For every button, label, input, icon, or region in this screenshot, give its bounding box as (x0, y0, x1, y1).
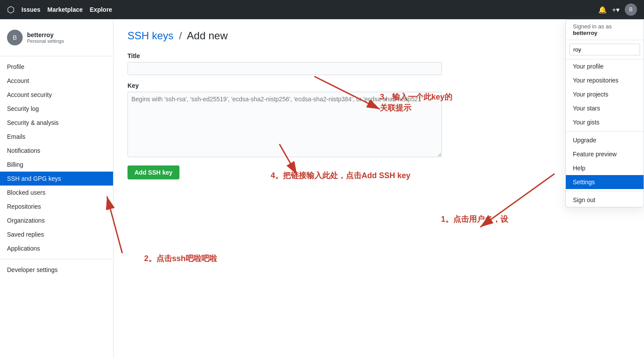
user-dropdown-menu: Signed in as as betterroy Your profile Y… (565, 19, 644, 207)
title-form-group: Title (127, 52, 442, 75)
dropdown-your-stars[interactable]: Your stars (566, 101, 644, 115)
sidebar-security-analysis[interactable]: Security & analysis (0, 116, 113, 130)
sidebar-developer-settings[interactable]: Developer settings (0, 263, 113, 277)
dropdown-sign-out[interactable]: Sign out (566, 193, 644, 207)
main-content: SSH keys / Add new Title Key Add SSH key (114, 19, 506, 358)
sidebar-section-developer: Developer settings (0, 259, 113, 277)
breadcrumb-separator: / (179, 30, 182, 41)
dropdown-search-input[interactable] (569, 44, 640, 55)
dropdown-search-section (566, 40, 644, 59)
key-label: Key (127, 82, 442, 89)
sidebar-user-info: B betterroy Personal settings (0, 26, 113, 52)
sidebar-emails[interactable]: Emails (0, 130, 113, 144)
breadcrumb: SSH keys / Add new (127, 30, 492, 42)
github-logo[interactable]: ⬡ (7, 4, 14, 15)
sidebar-organizations[interactable]: Organizations (0, 213, 113, 227)
top-navigation: ⬡ Issues Marketplace Explore 🔔 +▾ B Sign… (0, 0, 644, 19)
sidebar-profile[interactable]: Profile (0, 60, 113, 74)
dropdown-your-profile[interactable]: Your profile (566, 59, 644, 73)
dropdown-your-projects[interactable]: Your projects (566, 87, 644, 101)
sidebar-user-text: betterroy Personal settings (27, 31, 64, 44)
page-layout: B betterroy Personal settings Profile Ac… (0, 19, 644, 358)
breadcrumb-current: Add new (187, 30, 227, 41)
breadcrumb-link[interactable]: SSH keys (127, 30, 173, 41)
sidebar-notifications[interactable]: Notifications (0, 144, 113, 158)
dropdown-your-gists[interactable]: Your gists (566, 115, 644, 129)
sidebar: B betterroy Personal settings Profile Ac… (0, 19, 114, 358)
sidebar-account[interactable]: Account (0, 74, 113, 88)
sidebar-security-log[interactable]: Security log (0, 102, 113, 116)
dropdown-feature-preview[interactable]: Feature preview (566, 147, 644, 161)
nav-issues[interactable]: Issues (21, 6, 41, 13)
dropdown-upgrade[interactable]: Upgrade (566, 133, 644, 147)
dropdown-help[interactable]: Help (566, 161, 644, 175)
title-input[interactable] (127, 62, 442, 75)
nav-links: Issues Marketplace Explore (21, 6, 598, 13)
sidebar-applications[interactable]: Applications (0, 241, 113, 255)
sidebar-avatar: B (7, 30, 23, 45)
plus-icon[interactable]: +▾ (612, 6, 620, 14)
dropdown-divider-1 (566, 131, 644, 131)
dropdown-signed-in: Signed in as as betterroy (566, 20, 644, 40)
key-form-group: Key (127, 82, 442, 158)
nav-marketplace[interactable]: Marketplace (48, 6, 83, 13)
sidebar-subtitle: Personal settings (27, 38, 64, 44)
dropdown-divider-2 (566, 191, 644, 191)
sidebar-ssh-gpg-keys[interactable]: SSH and GPG keys (0, 172, 113, 186)
title-label: Title (127, 52, 442, 59)
sidebar-divider (0, 56, 113, 56)
sidebar-billing[interactable]: Billing (0, 158, 113, 172)
sidebar-blocked-users[interactable]: Blocked users (0, 186, 113, 200)
sidebar-saved-replies[interactable]: Saved replies (0, 227, 113, 241)
user-avatar[interactable]: B (625, 3, 637, 16)
sidebar-username: betterroy (27, 31, 64, 38)
add-ssh-key-button[interactable]: Add SSH key (127, 165, 179, 179)
sidebar-repositories[interactable]: Repositories (0, 200, 113, 213)
nav-explore[interactable]: Explore (90, 6, 112, 13)
dropdown-settings[interactable]: Settings (566, 175, 644, 189)
sidebar-account-security[interactable]: Account security (0, 88, 113, 102)
bell-icon[interactable]: 🔔 (598, 6, 607, 14)
key-textarea[interactable] (127, 92, 442, 157)
topnav-right-section: 🔔 +▾ B (598, 3, 637, 16)
dropdown-your-repositories[interactable]: Your repositories (566, 73, 644, 87)
